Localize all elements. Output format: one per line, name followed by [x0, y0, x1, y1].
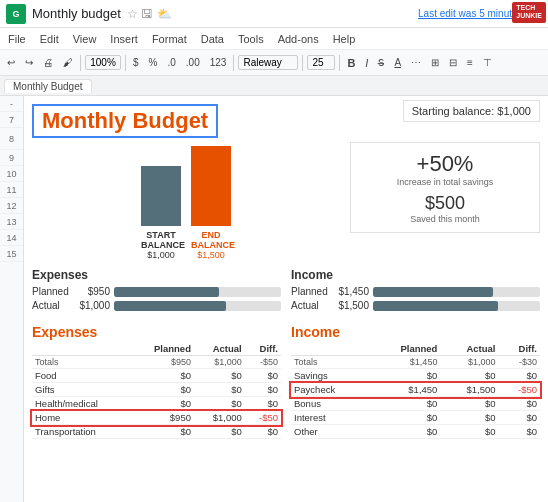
income-bonus-label: Bonus [291, 397, 369, 411]
expenses-actual-bar-fill [114, 301, 226, 311]
undo-button[interactable]: ↩ [4, 56, 18, 69]
expenses-totals-planned: $950 [132, 356, 194, 369]
income-totals-label: Totals [291, 356, 369, 369]
doc-title[interactable]: Monthly budget [32, 6, 121, 21]
merge-button[interactable]: ⊟ [446, 56, 460, 69]
income-actual-bar-fill [373, 301, 498, 311]
bold-button[interactable]: B [344, 56, 358, 70]
sheet-tab-monthly-budget[interactable]: Monthly Budget [4, 79, 92, 93]
expenses-actual-row: Actual $1,000 [32, 300, 281, 311]
income-bonus-diff: $0 [499, 397, 541, 411]
print-button[interactable]: 🖨 [40, 56, 56, 69]
underline-button[interactable]: A [391, 56, 404, 69]
expenses-summary: Expenses Planned $950 Actual $1,000 [32, 268, 281, 314]
borders-button[interactable]: ⊞ [428, 56, 442, 69]
menu-help[interactable]: Help [331, 33, 358, 45]
income-col-label [291, 342, 369, 356]
expenses-home-row: Home $950 $1,000 -$50 [32, 411, 281, 425]
income-other-label: Other [291, 425, 369, 439]
savings-amount: $500 [359, 193, 531, 214]
income-savings-actual: $0 [440, 369, 498, 383]
row-num-14: 14 [0, 230, 23, 246]
toolbar: ↩ ↪ 🖨 🖌 100% $ % .0 .00 123 Raleway 25 B… [0, 50, 548, 76]
income-bonus-planned: $0 [369, 397, 440, 411]
expenses-totals-actual: $1,000 [194, 356, 245, 369]
savings-section: +50% Increase in total savings $500 Save… [350, 142, 540, 260]
expenses-transport-planned: $0 [132, 425, 194, 439]
income-totals-planned: $1,450 [369, 356, 440, 369]
align-button[interactable]: ≡ [464, 56, 476, 69]
menu-data[interactable]: Data [199, 33, 226, 45]
expenses-gifts-planned: $0 [132, 383, 194, 397]
start-bar-label: START BALANCE $1,000 [141, 230, 181, 260]
expenses-table-title: Expenses [32, 324, 281, 340]
italic-button[interactable]: I [362, 56, 371, 70]
expenses-totals-row: Totals $950 $1,000 -$50 [32, 356, 281, 369]
paint-format-button[interactable]: 🖌 [60, 56, 76, 69]
expenses-planned-bar-fill [114, 287, 219, 297]
sheet-tab-bar: Monthly Budget [0, 76, 548, 96]
menu-insert[interactable]: Insert [108, 33, 140, 45]
income-paycheck-label: Paycheck [291, 383, 369, 397]
menu-bar: File Edit View Insert Format Data Tools … [0, 28, 548, 50]
expenses-actual-bar-bg [114, 301, 281, 311]
starting-balance-value: $1,000 [497, 105, 531, 117]
decimal-up-button[interactable]: .00 [183, 56, 203, 69]
toolbar-divider-5 [339, 55, 340, 71]
income-planned-bar-fill [373, 287, 493, 297]
starting-balance-label: Starting balance: [412, 105, 495, 117]
row-num-15: 15 [0, 246, 23, 262]
row-numbers: - 7 8 9 10 11 12 13 14 15 [0, 96, 24, 502]
menu-file[interactable]: File [6, 33, 28, 45]
decimal-down-button[interactable]: .0 [164, 56, 178, 69]
sheet-body: Monthly Budget Starting balance: $1,000 [24, 96, 548, 502]
expenses-gifts-row: Gifts $0 $0 $0 [32, 383, 281, 397]
income-col-diff: Diff. [499, 342, 541, 356]
expenses-food-label: Food [32, 369, 132, 383]
income-interest-row: Interest $0 $0 $0 [291, 411, 540, 425]
income-bonus-actual: $0 [440, 397, 498, 411]
income-other-row: Other $0 $0 $0 [291, 425, 540, 439]
expenses-home-label: Home [32, 411, 132, 425]
currency-button[interactable]: $ [130, 56, 142, 69]
income-other-diff: $0 [499, 425, 541, 439]
income-actual-value: $1,500 [333, 300, 369, 311]
strikethrough-button[interactable]: S̶ [375, 56, 387, 69]
menu-format[interactable]: Format [150, 33, 189, 45]
menu-addons[interactable]: Add-ons [276, 33, 321, 45]
expenses-table-section: Expenses Planned Actual Diff. [32, 318, 281, 439]
income-interest-diff: $0 [499, 411, 541, 425]
expenses-planned-row: Planned $950 [32, 286, 281, 297]
menu-tools[interactable]: Tools [236, 33, 266, 45]
row-num-10: 10 [0, 166, 23, 182]
toolbar-divider-1 [80, 55, 81, 71]
valign-button[interactable]: ⊤ [480, 56, 495, 69]
font-size-input[interactable]: 25 [307, 55, 335, 70]
percent-button[interactable]: % [146, 56, 161, 69]
expenses-food-planned: $0 [132, 369, 194, 383]
expenses-totals-label: Totals [32, 356, 132, 369]
income-interest-planned: $0 [369, 411, 440, 425]
income-other-actual: $0 [440, 425, 498, 439]
income-paycheck-actual: $1,500 [440, 383, 498, 397]
toolbar-divider-2 [125, 55, 126, 71]
toolbar-divider-3 [233, 55, 234, 71]
starting-balance-box: Starting balance: $1,000 [403, 100, 540, 122]
redo-button[interactable]: ↪ [22, 56, 36, 69]
title-icons: ☆ 🖫 ⛅ [127, 7, 172, 21]
income-savings-row: Savings $0 $0 $0 [291, 369, 540, 383]
zoom-input[interactable]: 100% [85, 55, 121, 70]
menu-view[interactable]: View [71, 33, 99, 45]
number-format-button[interactable]: 123 [207, 56, 230, 69]
income-actual-bar-bg [373, 301, 540, 311]
expenses-gifts-diff: $0 [245, 383, 281, 397]
menu-edit[interactable]: Edit [38, 33, 61, 45]
expenses-food-diff: $0 [245, 369, 281, 383]
summary-section: Expenses Planned $950 Actual $1,000 [32, 268, 540, 314]
row-num-9: 9 [0, 150, 23, 166]
more-toolbar[interactable]: ⋯ [408, 56, 424, 69]
font-select[interactable]: Raleway [238, 55, 298, 70]
top-section: START BALANCE $1,000 END BALANCE $1,500 [32, 142, 540, 260]
income-actual-row: Actual $1,500 [291, 300, 540, 311]
chart-section: START BALANCE $1,000 END BALANCE $1,500 [32, 142, 340, 260]
